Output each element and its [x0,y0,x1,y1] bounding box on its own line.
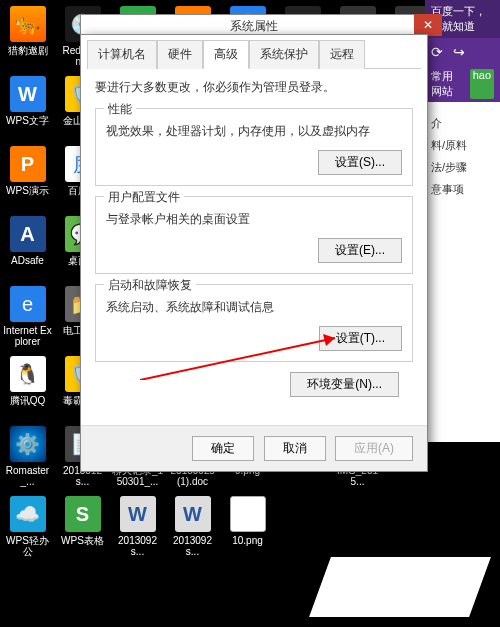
desktop-icon[interactable]: ⚙️Romaster_... [0,422,55,492]
desktop-icon[interactable]: SWPS表格 [55,492,110,562]
ok-button[interactable]: 确定 [192,436,254,461]
page-link[interactable]: 法/步骤 [431,156,494,178]
browser-toolbar: ⟳ ↪ [425,38,500,66]
group-desc: 系统启动、系统故障和调试信息 [106,299,402,316]
instruction-text: 要进行大多数更改，你必须作为管理员登录。 [95,79,413,96]
desktop-icon[interactable]: W2013092s... [165,492,220,562]
page-link[interactable]: 意事项 [431,178,494,200]
profiles-group: 用户配置文件 与登录帐户相关的桌面设置 设置(E)... [95,196,413,274]
tab-computer-name[interactable]: 计算机名 [87,40,157,69]
dialog-footer: 确定 取消 应用(A) [81,425,427,471]
dialog-title: 系统属性 [80,14,428,36]
group-title: 用户配置文件 [104,189,184,206]
tab-advanced[interactable]: 高级 [203,40,249,69]
performance-settings-button[interactable]: 设置(S)... [318,150,402,175]
performance-group: 性能 视觉效果，处理器计划，内存使用，以及虚拟内存 设置(S)... [95,108,413,186]
desktop-icon[interactable]: W2013092s... [110,492,165,562]
desktop-icon[interactable]: AADsafe [0,212,55,282]
group-desc: 视觉效果，处理器计划，内存使用，以及虚拟内存 [106,123,402,140]
group-desc: 与登录帐户相关的桌面设置 [106,211,402,228]
desktop-icon[interactable]: 10.png [220,492,275,562]
tab-hardware[interactable]: 硬件 [157,40,203,69]
system-properties-dialog: 计算机名 硬件 高级 系统保护 远程 要进行大多数更改，你必须作为管理员登录。 … [80,34,428,472]
group-title: 性能 [104,101,136,118]
browser-sidebar: 百度一下，你就知道 ⟳ ↪ 常用网站 hao 介 料/原料 法/步骤 意事项 [425,0,500,400]
tab-system-protection[interactable]: 系统保护 [249,40,319,69]
logo-shape [309,557,491,617]
tab-remote[interactable]: 远程 [319,40,365,69]
bookmarks-label: 常用网站 [431,69,464,99]
profiles-settings-button[interactable]: 设置(E)... [318,238,402,263]
environment-variables-button[interactable]: 环境变量(N)... [290,372,399,397]
group-title: 启动和故障恢复 [104,277,196,294]
desktop-icon[interactable]: 🐆猎豹遨剧 [0,2,55,72]
cancel-button[interactable]: 取消 [264,436,326,461]
forward-icon[interactable]: ↪ [453,44,465,60]
dialog-tabs: 计算机名 硬件 高级 系统保护 远程 [87,39,421,69]
desktop-icon[interactable]: eInternet Explorer [0,282,55,352]
refresh-icon[interactable]: ⟳ [431,44,443,60]
env-row: 环境变量(N)... [95,372,413,397]
startup-group: 启动和故障恢复 系统启动、系统故障和调试信息 设置(T)... [95,284,413,362]
hao-icon[interactable]: hao [470,69,494,99]
dialog-body: 要进行大多数更改，你必须作为管理员登录。 性能 视觉效果，处理器计划，内存使用，… [81,69,427,407]
page-link[interactable]: 料/原料 [431,134,494,156]
startup-settings-button[interactable]: 设置(T)... [319,326,402,351]
desktop-icon[interactable]: WWPS文字 [0,72,55,142]
apply-button[interactable]: 应用(A) [335,436,413,461]
close-button[interactable]: ✕ [414,14,442,36]
desktop-icon[interactable]: ☁️WPS轻办公 [0,492,55,562]
page-link[interactable]: 介 [431,112,494,134]
desktop-icon[interactable]: PWPS演示 [0,142,55,212]
desktop-icon[interactable]: 🐧腾讯QQ [0,352,55,422]
browser-content: 介 料/原料 法/步骤 意事项 [425,102,500,442]
